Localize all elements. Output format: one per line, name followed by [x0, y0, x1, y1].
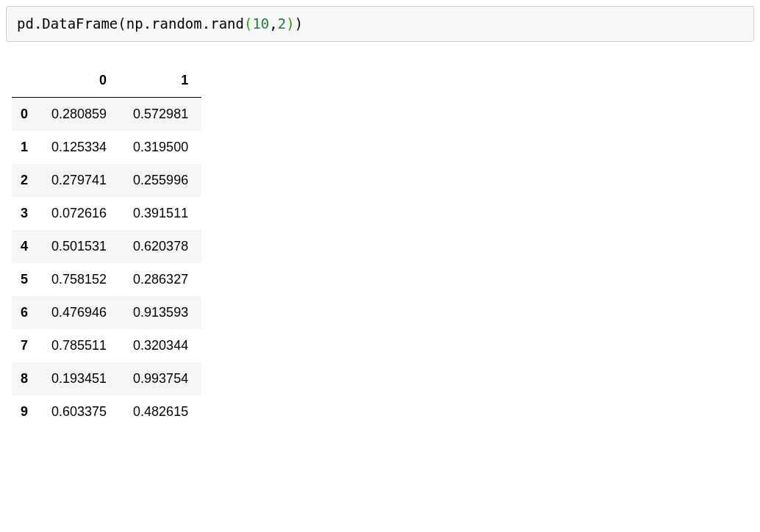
- table-cell: 0.319500: [120, 131, 201, 164]
- code-token: random: [151, 15, 202, 32]
- row-index: 1: [12, 131, 38, 164]
- table-cell: 0.603375: [38, 395, 120, 428]
- row-index: 3: [12, 197, 38, 230]
- table-cell: 0.913593: [120, 296, 201, 329]
- table-row: 1 0.125334 0.319500: [12, 131, 201, 164]
- code-token: (: [118, 15, 126, 32]
- table-cell: 0.993754: [120, 362, 201, 395]
- code-token: .: [202, 15, 210, 32]
- table-cell: 0.572981: [120, 97, 201, 131]
- table-cell: 0.125334: [38, 131, 120, 164]
- code-token: .: [143, 15, 151, 32]
- code-token: np: [126, 15, 143, 32]
- code-token: .: [34, 15, 42, 32]
- table-cell: 0.476946: [38, 296, 120, 329]
- code-input-cell[interactable]: pd.DataFrame(np.random.rand(10,2)): [6, 6, 754, 42]
- table-corner-cell: [12, 64, 38, 98]
- table-cell: 0.758152: [38, 263, 120, 296]
- column-header: 0: [38, 64, 120, 98]
- table-header-row: 0 1: [12, 64, 201, 98]
- table-cell: 0.279741: [38, 164, 120, 197]
- table-cell: 0.286327: [120, 263, 201, 296]
- code-token: 2: [278, 15, 286, 32]
- table-row: 0 0.280859 0.572981: [12, 97, 201, 131]
- code-token: ,: [269, 15, 277, 32]
- code-token: DataFrame: [42, 15, 118, 32]
- row-index: 2: [12, 164, 38, 197]
- row-index: 0: [12, 97, 38, 131]
- row-index: 4: [12, 230, 38, 263]
- table-row: 7 0.785511 0.320344: [12, 329, 201, 362]
- code-token: ): [295, 15, 303, 32]
- row-index: 7: [12, 329, 38, 362]
- code-token: pd: [17, 15, 34, 32]
- table-row: 8 0.193451 0.993754: [12, 362, 201, 395]
- code-token: ): [286, 15, 294, 32]
- table-cell: 0.193451: [38, 362, 120, 395]
- table-cell: 0.280859: [38, 97, 120, 131]
- code-token: (: [244, 15, 252, 32]
- table-cell: 0.320344: [120, 329, 201, 362]
- table-cell: 0.501531: [38, 230, 120, 263]
- table-row: 2 0.279741 0.255996: [12, 164, 201, 197]
- table-row: 6 0.476946 0.913593: [12, 296, 201, 329]
- table-cell: 0.391511: [120, 197, 201, 230]
- row-index: 8: [12, 362, 38, 395]
- table-row: 5 0.758152 0.286327: [12, 263, 201, 296]
- table-cell: 0.255996: [120, 164, 201, 197]
- output-area: 0 1 0 0.280859 0.572981 1 0.125334 0.319…: [12, 64, 754, 428]
- table-row: 3 0.072616 0.391511: [12, 197, 201, 230]
- table-cell: 0.785511: [38, 329, 120, 362]
- table-row: 4 0.501531 0.620378: [12, 230, 201, 263]
- code-token: 10: [252, 15, 269, 32]
- column-header: 1: [120, 64, 201, 98]
- code-token: rand: [210, 15, 244, 32]
- table-cell: 0.620378: [120, 230, 201, 263]
- row-index: 5: [12, 263, 38, 296]
- dataframe-table: 0 1 0 0.280859 0.572981 1 0.125334 0.319…: [12, 64, 201, 428]
- row-index: 6: [12, 296, 38, 329]
- table-row: 9 0.603375 0.482615: [12, 395, 201, 428]
- table-cell: 0.072616: [38, 197, 120, 230]
- row-index: 9: [12, 395, 38, 428]
- table-cell: 0.482615: [120, 395, 201, 428]
